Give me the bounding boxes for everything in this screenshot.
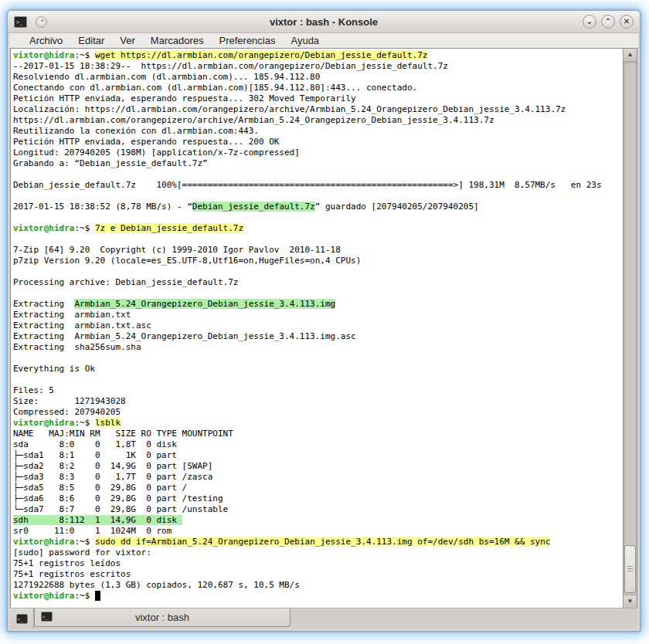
scrollbar-track[interactable] xyxy=(624,62,637,595)
terminal-line: vixtor@hidra:~$ xyxy=(13,591,623,602)
terminal-line: Compressed: 207940205 xyxy=(13,407,623,418)
terminal-line: Conectando con dl.armbian.com (dl.armbia… xyxy=(13,83,623,93)
terminal-line: ├─sda2 8:2 0 14,9G 0 part [SWAP] xyxy=(13,461,623,472)
terminal-line: Resolviendo dl.armbian.com (dl.armbian.c… xyxy=(13,72,623,83)
window-menu-button[interactable] xyxy=(36,16,47,28)
grip-lines-icon xyxy=(627,566,633,573)
titlebar[interactable]: >_ vixtor : bash - Konsole ⌄ ⌃ ✕ xyxy=(8,11,640,33)
tabbar: >_ >_ vixtor : bash xyxy=(10,608,637,629)
terminal-line xyxy=(13,266,623,277)
terminal-line: sr0 11:0 1 1024M 0 rom xyxy=(13,526,623,537)
terminal-line: Localización: https://dl.armbian.com/ora… xyxy=(13,104,623,115)
terminal-line: └─sda7 8:7 0 29,8G 0 part /unstable xyxy=(13,504,623,515)
scrollbar[interactable]: ▲ ▼ xyxy=(623,49,637,608)
tab-label: vixtor : bash xyxy=(135,612,189,623)
terminal-output[interactable]: vixtor@hidra:~$ wget https://dl.armbian.… xyxy=(11,49,623,608)
terminal-line: p7zip Version 9.20 (locale=es_ES.UTF-8,U… xyxy=(13,256,623,266)
scroll-down-button[interactable]: ▼ xyxy=(624,595,637,608)
maximize-button[interactable]: ⌃ xyxy=(601,15,615,29)
menu-item-editar[interactable]: Editar xyxy=(70,34,112,47)
terminal-line: ├─sda6 8:6 0 29,8G 0 part /testing xyxy=(13,493,623,504)
terminal-line: Longitud: 207940205 (198M) [application/… xyxy=(13,147,623,158)
terminal-line: Reutilizando la conexión con dl.armbian.… xyxy=(13,126,623,137)
terminal-icon: >_ xyxy=(16,614,28,624)
terminal-line: sdh 8:112 1 14,9G 0 disk xyxy=(13,515,623,526)
terminal-line: Debian_jessie_default.7z 100%[==========… xyxy=(13,180,623,191)
terminal-line xyxy=(13,234,623,245)
konsole-app-icon: >_ xyxy=(14,16,27,28)
terminal-line: ├─sda1 8:1 0 1K 0 part xyxy=(13,450,623,461)
window-title: vixtor : bash - Konsole xyxy=(77,16,570,28)
konsole-window: >_ vixtor : bash - Konsole ⌄ ⌃ ✕ Archivo… xyxy=(7,10,641,632)
scroll-up-button[interactable]: ▲ xyxy=(624,49,637,62)
terminal-line: Extracting armbian.txt.asc xyxy=(13,320,623,331)
new-tab-button[interactable]: >_ xyxy=(10,608,34,629)
menu-item-ayuda[interactable]: Ayuda xyxy=(283,34,327,47)
terminal-line: vixtor@hidra:~$ lsblk xyxy=(13,418,623,429)
terminal-line: Petición HTTP enviada, esperando respues… xyxy=(13,137,623,147)
menubar: ArchivoEditarVerMarcadoresPreferenciasAy… xyxy=(9,33,638,48)
terminal-line: ├─sda5 8:5 0 29,8G 0 part / xyxy=(13,483,623,493)
terminal-line: 2017-01-15 18:38:52 (8,78 MB/s) - “Debia… xyxy=(13,202,623,212)
terminal-line: Files: 5 xyxy=(13,385,623,396)
close-button[interactable]: ✕ xyxy=(620,15,634,29)
menu-item-preferencias[interactable]: Preferencias xyxy=(211,34,283,47)
terminal-line: vixtor@hidra:~$ wget https://dl.armbian.… xyxy=(13,50,623,61)
terminal-line: Grabando a: “Debian_jessie_default.7z” xyxy=(13,158,623,169)
tab-vixtor-bash[interactable]: >_ vixtor : bash xyxy=(34,608,291,627)
terminal-line xyxy=(13,169,623,180)
terminal-line: NAME MAJ:MIN RM SIZE RO TYPE MOUNTPOINT xyxy=(13,429,623,439)
terminal-line: 1271922688 bytes (1,3 GB) copiados, 120,… xyxy=(13,580,623,591)
terminal-line: Extracting Armbian_5.24_Orangepizero_Deb… xyxy=(13,299,623,310)
terminal-cursor xyxy=(95,591,100,601)
terminal-line: Processing archive: Debian_jessie_defaul… xyxy=(13,277,623,288)
terminal-line: 75+1 registros escritos xyxy=(13,569,623,580)
terminal-line: vixtor@hidra:~$ sudo dd if=Armbian_5.24_… xyxy=(13,537,623,547)
window-buttons: ⌄ ⌃ ✕ xyxy=(583,15,634,29)
menu-item-archivo[interactable]: Archivo xyxy=(22,34,70,47)
terminal-line: ├─sda3 8:3 0 1,7T 0 part /zasca xyxy=(13,472,623,483)
scrollbar-thumb[interactable] xyxy=(624,545,636,593)
minimize-button[interactable]: ⌄ xyxy=(583,15,596,29)
terminal-line: https://dl.armbian.com/orangepizero/arch… xyxy=(13,115,623,126)
terminal-line: Extracting sha256sum.sha xyxy=(13,342,623,353)
terminal-line: Everything is Ok xyxy=(13,364,623,375)
terminal-line: Petición HTTP enviada, esperando respues… xyxy=(13,93,623,104)
terminal-line: vixtor@hidra:~$ 7z e Debian_jessie_defau… xyxy=(13,223,623,234)
terminal-line: 75+1 registros leídos xyxy=(13,558,623,569)
terminal-line: [sudo] password for vixtor: xyxy=(13,547,623,558)
terminal-line xyxy=(13,191,623,202)
terminal-line xyxy=(13,288,623,299)
terminal-line: --2017-01-15 18:38:29-- https://dl.armbi… xyxy=(13,61,623,72)
terminal-line xyxy=(13,375,623,385)
menu-item-marcadores[interactable]: Marcadores xyxy=(143,34,212,47)
terminal-line: sda 8:0 0 1,8T 0 disk xyxy=(13,439,623,450)
terminal-frame: vixtor@hidra:~$ wget https://dl.armbian.… xyxy=(10,48,637,608)
terminal-line: Size: 1271943028 xyxy=(13,396,623,407)
terminal-tab-icon: >_ xyxy=(41,612,53,622)
menu-item-ver[interactable]: Ver xyxy=(112,34,143,47)
terminal-line: 7-Zip [64] 9.20 Copyright (c) 1999-2010 … xyxy=(13,245,623,256)
terminal-line: Extracting Armbian_5.24_Orangepizero_Deb… xyxy=(13,331,623,342)
terminal-line: Extracting armbian.txt xyxy=(13,310,623,320)
terminal-line xyxy=(13,353,623,364)
terminal-line xyxy=(13,212,623,223)
dot-icon xyxy=(41,19,43,22)
